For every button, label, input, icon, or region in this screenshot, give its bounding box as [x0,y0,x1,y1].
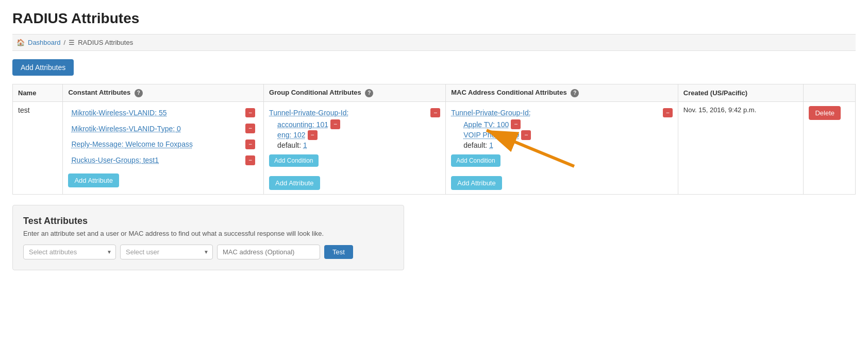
mac-condition-item: VOIP Phones: 99 − [463,130,673,140]
add-attribute-button-group[interactable]: Add Attribute [269,176,320,190]
group-condition-item: accounting: 101 − [277,119,440,129]
mac-address-input[interactable] [217,245,320,259]
select-user-wrapper: Select user [120,245,213,259]
remove-attr-button[interactable]: − [245,155,255,165]
group-condition-list: accounting: 101 −eng: 102 −default: 1 [269,119,440,149]
mac-attributes-cell: Tunnel-Private-Group-Id: −Apple TV: 100 … [446,101,678,194]
attr-row: Reply-Message: Welcome to Foxpass − [68,137,258,151]
remove-attr-button[interactable]: − [245,124,255,133]
condition-value-link[interactable]: 1 [303,141,307,149]
remove-condition-button[interactable]: − [330,119,340,129]
test-button[interactable]: Test [324,245,353,259]
attr-value-link[interactable]: Welcome to Foxpass [125,140,192,148]
remove-mac-condition-button[interactable]: − [511,119,521,129]
remove-group-attr-button[interactable]: − [430,108,440,118]
add-attribute-button-constant[interactable]: Add Attribute [68,173,119,187]
breadcrumb-current: RADIUS Attributes [78,39,133,46]
remove-attr-button[interactable]: − [245,140,255,149]
constant-attributes-cell: Mikrotik-Wireless-VLANID: 55 −Mikrotik-W… [63,101,264,194]
select-attributes-wrapper: Select attributes [23,245,116,259]
breadcrumb-home[interactable]: Dashboard [28,39,61,46]
attr-row: Ruckus-User-Groups: test1 − [68,153,258,167]
breadcrumb: 🏠 Dashboard / ☰ RADIUS Attributes [12,34,856,51]
list-icon: ☰ [69,39,75,46]
condition-key-link[interactable]: accounting: 101 [277,120,328,129]
remove-attr-button[interactable]: − [245,108,255,118]
attr-key-link[interactable]: Mikrotik-Wireless-VLANID-Type: 0 [71,125,180,133]
attr-row: Mikrotik-Wireless-VLANID-Type: 0 − [68,121,258,135]
col-header-constant: Constant Attributes ? [63,84,264,102]
group-condition-item: default: 1 [277,141,440,149]
condition-key-link[interactable]: eng: 102 [277,131,306,139]
test-section-title: Test Attributes [23,216,393,227]
delete-button[interactable]: Delete [809,106,841,120]
select-user[interactable]: Select user [120,245,213,259]
table-container: Name Constant Attributes ? Group Conditi… [12,84,856,195]
mac-condition-item: Apple TV: 100 − [463,119,673,129]
mac-condition-list: Apple TV: 100 −VOIP Phones: 99 −default:… [451,119,673,149]
row-name: test [13,101,63,194]
page-title: RADIUS Attributes [12,10,856,27]
dashboard-icon: 🏠 [16,39,25,46]
group-attributes-cell: Tunnel-Private-Group-Id: −accounting: 10… [264,101,446,194]
group-condition-item: eng: 102 − [277,130,440,140]
mac-condition-key-link[interactable]: Apple TV: 100 [463,120,509,129]
add-condition-button-group[interactable]: Add Condition [269,154,318,167]
test-section-description: Enter an attribute set and a user or MAC… [23,230,393,237]
mac-attr-title[interactable]: Tunnel-Private-Group-Id: [451,109,530,117]
group-attr-title[interactable]: Tunnel-Private-Group-Id: [269,109,348,117]
mac-attr-block: Tunnel-Private-Group-Id: −Apple TV: 100 … [451,106,673,172]
attr-key-link[interactable]: Ruckus-User-Groups: test1 [71,156,159,164]
mac-help-icon[interactable]: ? [571,89,579,97]
add-condition-button-mac[interactable]: Add Condition [451,154,500,167]
created-date-cell: Nov. 15, 2016, 9:42 p.m. [678,101,804,194]
constant-help-icon[interactable]: ? [135,89,143,97]
test-controls: Select attributes Select user Test [23,245,393,259]
mac-condition-key-link[interactable]: VOIP Phones: 99 [463,131,519,139]
group-attr-block: Tunnel-Private-Group-Id: −accounting: 10… [269,106,440,172]
attr-key-link[interactable]: Mikrotik-Wireless-VLANID: 55 [71,109,166,117]
add-attribute-button-mac[interactable]: Add Attribute [451,176,502,190]
mac-condition-value-link[interactable]: 1 [489,141,493,149]
group-help-icon[interactable]: ? [365,89,373,97]
col-header-group: Group Conditional Attributes ? [264,84,446,102]
mac-condition-item: default: 1 [463,141,673,149]
attr-row: Mikrotik-Wireless-VLANID: 55 − [68,106,258,120]
radius-attributes-table: Name Constant Attributes ? Group Conditi… [12,84,856,195]
add-attributes-button[interactable]: Add Attributes [12,59,74,76]
attr-value-link[interactable]: 0 [177,125,181,133]
col-header-created: Created (US/Pacific) [678,84,804,102]
col-header-action [804,84,856,102]
remove-mac-attr-button[interactable]: − [663,108,673,118]
test-section: Test Attributes Enter an attribute set a… [12,205,404,270]
table-row: testMikrotik-Wireless-VLANID: 55 −Mikrot… [13,101,856,194]
select-attributes[interactable]: Select attributes [23,245,116,259]
remove-mac-condition-button[interactable]: − [521,130,531,140]
condition-label: default: [277,141,301,149]
attr-value-link[interactable]: test1 [143,156,159,164]
col-header-mac: MAC Address Conditional Attributes ? [446,84,678,102]
mac-condition-label: default: [463,141,487,149]
col-header-name: Name [13,84,63,102]
action-cell: Delete [804,101,856,194]
attr-key-link[interactable]: Reply-Message: Welcome to Foxpass [71,140,193,148]
attr-value-link[interactable]: 55 [159,109,167,117]
page-wrapper: RADIUS Attributes 🏠 Dashboard / ☰ RADIUS… [0,0,868,281]
remove-condition-button[interactable]: − [308,130,318,140]
breadcrumb-separator: / [64,39,66,46]
